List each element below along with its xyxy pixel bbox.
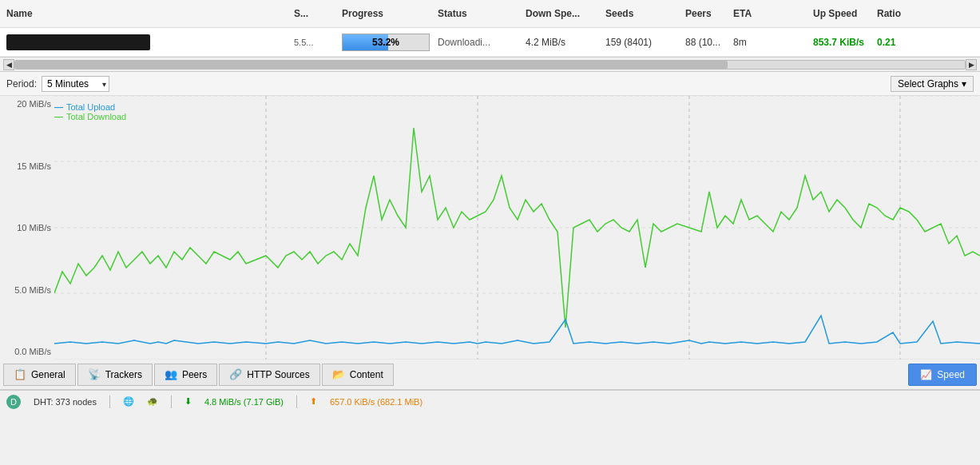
content-icon: 📂	[332, 368, 345, 380]
up-arrow-icon: ⬆	[310, 396, 317, 407]
network-icon: 🌐	[123, 396, 134, 407]
upload-graph-line	[54, 316, 980, 344]
graph-legend: — Total Upload — Total Download	[54, 102, 126, 121]
period-select[interactable]: 5 Minutes 1 Minute 15 Minutes 30 Minutes…	[42, 76, 109, 92]
progress-text: 53.2%	[372, 37, 399, 48]
down-arrow-icon: ⬇	[184, 396, 192, 407]
scrollbar-thumb[interactable]	[15, 61, 728, 69]
torrent-size: 5.5...	[294, 38, 342, 47]
col-status: Status	[438, 8, 526, 19]
turtle-icon: 🐢	[147, 396, 158, 407]
status-separator-3	[296, 395, 297, 408]
torrent-name-redacted	[6, 34, 150, 50]
tab-content-label: Content	[350, 369, 383, 380]
tab-trackers-label: Trackers	[105, 369, 142, 380]
col-ratio: Ratio	[877, 8, 941, 19]
progress-bar: 53.2%	[342, 34, 430, 51]
y-label-20: 20 MiB/s	[17, 99, 51, 109]
table-row[interactable]: 5.5... 53.2% Downloadi... 4.2 MiB/s 159 …	[0, 28, 980, 57]
horizontal-scrollbar-area: ◀ ▶	[0, 58, 980, 72]
graph-canvas	[54, 96, 980, 360]
speed-button[interactable]: 📈 Speed	[908, 364, 977, 386]
period-selector-wrapper: Period: 5 Minutes 1 Minute 15 Minutes 30…	[6, 76, 109, 92]
select-graphs-button[interactable]: Select Graphs ▾	[891, 76, 974, 92]
tab-content[interactable]: 📂 Content	[322, 364, 394, 386]
tab-http-sources-label: HTTP Sources	[247, 369, 309, 380]
download-status: 4.8 MiB/s (7.17 GiB)	[204, 397, 284, 407]
speed-chart-icon: 📈	[920, 369, 932, 380]
graph-y-axis: 20 MiB/s 15 MiB/s 10 MiB/s 5.0 MiB/s 0.0…	[0, 96, 54, 360]
torrent-down-speed: 4.2 MiB/s	[526, 37, 605, 48]
col-upspeed: Up Speed	[813, 8, 877, 19]
y-label-0: 0.0 MiB/s	[14, 347, 51, 356]
dht-text: DHT: 373 nodes	[34, 397, 97, 407]
torrent-up-speed: 853.7 KiB/s	[813, 37, 877, 48]
torrent-eta: 8m	[733, 37, 813, 48]
trackers-icon: 📡	[88, 368, 101, 380]
torrent-ratio: 0.21	[877, 37, 941, 48]
torrent-status: Downloadi...	[438, 37, 526, 48]
tab-http-sources[interactable]: 🔗 HTTP Sources	[219, 364, 319, 386]
speed-btn-label: Speed	[937, 369, 965, 380]
legend-upload-label: Total Upload	[66, 102, 115, 112]
download-legend-color: —	[54, 112, 63, 121]
chevron-down-icon: ▾	[962, 78, 966, 89]
y-label-10: 10 MiB/s	[17, 223, 51, 232]
torrent-table: Name S... Progress Status Down Spe... Se…	[0, 0, 980, 58]
torrent-seeds: 159 (8401)	[605, 37, 685, 48]
http-sources-icon: 🔗	[229, 368, 242, 380]
torrent-name-cell	[6, 34, 294, 50]
y-label-5: 5.0 MiB/s	[14, 285, 51, 295]
col-seeds: Seeds	[605, 8, 685, 19]
upload-status: 657.0 KiB/s (682.1 MiB)	[330, 397, 423, 407]
graph-toolbar: Period: 5 Minutes 1 Minute 15 Minutes 30…	[0, 72, 980, 96]
tab-general-label: General	[31, 369, 65, 380]
select-graphs-label: Select Graphs	[898, 78, 958, 89]
tab-peers[interactable]: 👥 Peers	[154, 364, 217, 386]
col-downspeed: Down Spe...	[526, 8, 605, 19]
status-separator-2	[171, 395, 172, 408]
tabs-left: 📋 General 📡 Trackers 👥 Peers 🔗 HTTP Sour…	[3, 364, 394, 386]
dht-icon: D	[6, 395, 21, 409]
tab-trackers[interactable]: 📡 Trackers	[77, 364, 153, 386]
peers-icon: 👥	[165, 368, 177, 380]
torrent-peers: 88 (10...	[685, 37, 733, 48]
legend-download: — Total Download	[54, 112, 126, 121]
horizontal-scrollbar[interactable]	[14, 60, 966, 70]
graph-area: 20 MiB/s 15 MiB/s 10 MiB/s 5.0 MiB/s 0.0…	[0, 96, 980, 360]
col-name: Name	[6, 8, 294, 19]
upload-legend-color: —	[54, 102, 63, 112]
legend-upload: — Total Upload	[54, 102, 126, 112]
tab-peers-label: Peers	[182, 369, 207, 380]
status-separator	[109, 395, 110, 408]
status-bar: D DHT: 373 nodes 🌐 🐢 ⬇ 4.8 MiB/s (7.17 G…	[0, 390, 980, 412]
legend-download-label: Total Download	[66, 112, 126, 121]
general-icon: 📋	[14, 368, 26, 380]
col-progress: Progress	[342, 8, 438, 19]
scroll-left-button[interactable]: ◀	[3, 59, 14, 70]
col-eta: ETA	[733, 8, 813, 19]
tabs-bar: 📋 General 📡 Trackers 👥 Peers 🔗 HTTP Sour…	[0, 360, 980, 390]
scroll-right-button[interactable]: ▶	[966, 59, 977, 70]
col-peers: Peers	[685, 8, 733, 19]
table-header: Name S... Progress Status Down Spe... Se…	[0, 0, 980, 28]
y-label-15: 15 MiB/s	[17, 161, 51, 171]
tab-general[interactable]: 📋 General	[3, 364, 76, 386]
graph-svg	[54, 96, 980, 360]
period-label: Period:	[6, 78, 37, 89]
col-size: S...	[294, 8, 342, 19]
